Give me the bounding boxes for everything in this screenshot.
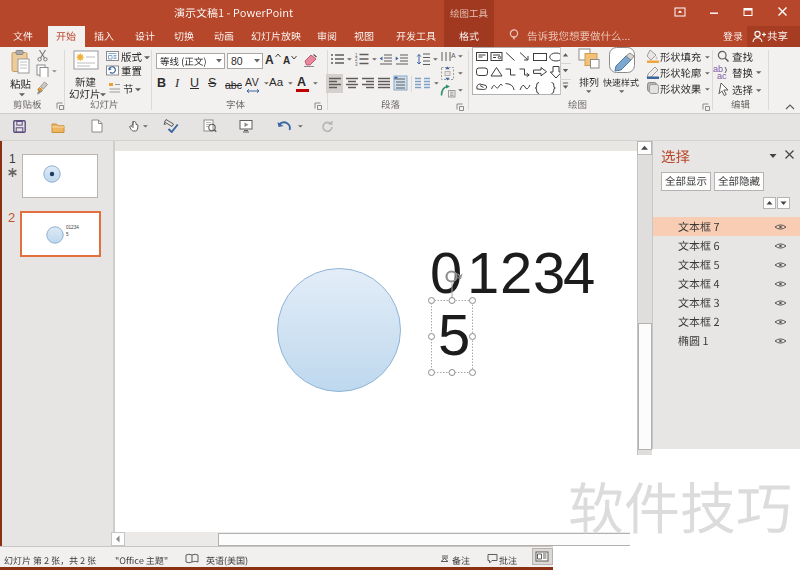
svg-text:3: 3 [355, 62, 358, 67]
svg-text:A: A [451, 52, 456, 59]
